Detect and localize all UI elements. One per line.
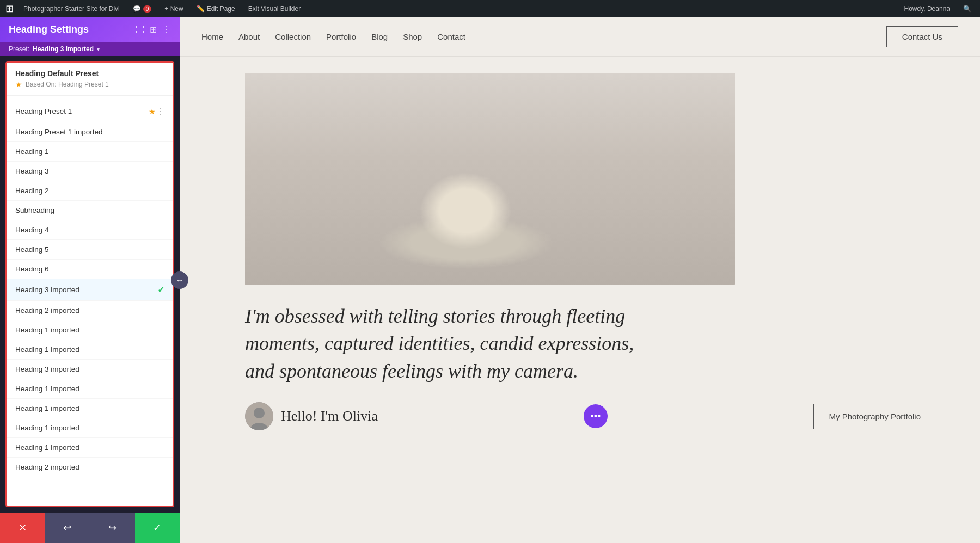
preset-list-item[interactable]: Heading 1 imported	[7, 438, 173, 458]
preset-list-item[interactable]: Heading 2 imported	[7, 458, 173, 477]
preset-list-item[interactable]: Heading 4	[7, 220, 173, 240]
preset-item-name: Heading 1	[15, 147, 164, 156]
author-avatar	[245, 402, 273, 430]
sidebar-fullscreen-icon[interactable]: ⛶	[136, 25, 144, 35]
preset-item-name: Heading 1 imported	[15, 326, 164, 334]
edit-icon: ✏️	[197, 5, 205, 13]
avatar-image	[245, 402, 273, 430]
preset-item-dots-icon[interactable]: ⋮	[156, 106, 164, 116]
sidebar-header: Heading Settings ⛶ ⊞ ⋮	[0, 17, 180, 42]
preset-list-item[interactable]: Heading 2	[7, 181, 173, 201]
nav-link-home[interactable]: Home	[201, 32, 223, 41]
svg-point-1	[254, 408, 265, 418]
preset-value: Heading 3 imported	[33, 45, 94, 53]
preset-item-name: Heading 2 imported	[15, 463, 164, 471]
preset-item-name: Heading Preset 1 imported	[15, 128, 164, 136]
preset-item-name: Heading 3	[15, 167, 164, 175]
preset-list-item[interactable]: Heading 3 imported	[7, 360, 173, 379]
preset-default-star-icon: ★	[15, 80, 22, 89]
site-nav: HomeAboutCollectionPortfolioBlogShopCont…	[180, 17, 980, 57]
preset-default-based: ★ Based On: Heading Preset 1	[15, 80, 164, 89]
preset-list-item[interactable]: Heading 1 imported	[7, 379, 173, 399]
admin-bar-exit-builder[interactable]: Exit Visual Builder	[245, 3, 304, 15]
preset-list-item[interactable]: Heading 1 imported	[7, 399, 173, 418]
preset-list-item[interactable]: Heading 6	[7, 260, 173, 279]
resize-handle[interactable]: ↔	[171, 272, 188, 289]
more-options-button[interactable]: •••	[584, 404, 608, 428]
cancel-button[interactable]: ✕	[0, 513, 45, 543]
preset-item-name: Heading 6	[15, 265, 164, 273]
preset-default-name: Heading Default Preset	[15, 69, 164, 78]
nav-links: HomeAboutCollectionPortfolioBlogShopCont…	[201, 32, 465, 41]
preset-default-item[interactable]: Heading Default Preset ★ Based On: Headi…	[7, 63, 173, 96]
preset-list-item[interactable]: Subheading	[7, 201, 173, 220]
preset-list-item[interactable]: Heading 2 imported	[7, 301, 173, 320]
preset-item-name: Heading 1 imported	[15, 404, 164, 412]
save-button[interactable]: ✓	[135, 513, 180, 543]
search-icon[interactable]: 🔍	[960, 3, 975, 15]
wordpress-icon[interactable]: ⊞	[5, 3, 14, 15]
page-content: I'm obsessed with telling stories throug…	[180, 57, 980, 543]
preset-item-name: Heading 1 imported	[15, 443, 164, 452]
preset-item-name: Subheading	[15, 206, 164, 214]
preset-list-item[interactable]: Heading 5	[7, 240, 173, 260]
sidebar-toolbar: ✕ ↩ ↪ ✓	[0, 513, 180, 543]
nav-link-contact[interactable]: Contact	[437, 32, 465, 41]
nav-link-about[interactable]: About	[238, 32, 260, 41]
preset-default-based-text: Based On: Heading Preset 1	[26, 81, 109, 88]
comment-icon: 💬	[133, 5, 141, 13]
preset-list-item[interactable]: Heading Preset 1 imported	[7, 122, 173, 142]
admin-bar-comments[interactable]: 💬 0	[130, 3, 155, 15]
sidebar-preset-bar[interactable]: Preset: Heading 3 imported ▾	[0, 42, 180, 56]
portfolio-button[interactable]: My Photography Portfolio	[813, 404, 936, 429]
author-left: Hello! I'm Olivia	[245, 402, 378, 430]
preset-list-item[interactable]: Heading Preset 1★⋮	[7, 101, 173, 122]
sidebar-title: Heading Settings	[9, 24, 89, 35]
preset-item-name: Heading 2	[15, 187, 164, 195]
preset-list-item[interactable]: Heading 1	[7, 142, 173, 162]
admin-bar: ⊞ Photographer Starter Site for Divi 💬 0…	[0, 0, 980, 17]
nav-link-blog[interactable]: Blog	[371, 32, 388, 41]
sidebar: Heading Settings ⛶ ⊞ ⋮ Preset: Heading 3…	[0, 17, 180, 543]
preset-item-name: Heading 5	[15, 245, 164, 254]
preset-item-check-icon: ✓	[157, 285, 164, 295]
admin-bar-right: Howdy, Deanna 🔍	[901, 3, 975, 15]
preset-item-name: Heading Preset 1	[15, 107, 149, 115]
admin-bar-edit-page[interactable]: ✏️ Edit Page	[193, 3, 238, 15]
hero-image	[245, 73, 735, 285]
preset-chevron-icon: ▾	[97, 46, 100, 52]
preset-list-item[interactable]: Heading 3 imported✓	[7, 279, 173, 301]
redo-button[interactable]: ↪	[90, 513, 135, 543]
preset-item-name: Heading 1 imported	[15, 345, 164, 354]
preset-list: Heading Preset 1★⋮Heading Preset 1 impor…	[7, 101, 173, 477]
preset-list-item[interactable]: Heading 1 imported	[7, 340, 173, 360]
sidebar-header-icons: ⛶ ⊞ ⋮	[136, 24, 171, 35]
nav-link-collection[interactable]: Collection	[275, 32, 311, 41]
preset-item-name: Heading 1 imported	[15, 424, 164, 432]
preset-item-name: Heading 4	[15, 226, 164, 234]
sidebar-more-icon[interactable]: ⋮	[162, 24, 171, 35]
preset-list-item[interactable]: Heading 1 imported	[7, 320, 173, 340]
admin-bar-howdy: Howdy, Deanna	[901, 3, 954, 15]
preset-item-name: Heading 1 imported	[15, 385, 164, 393]
preset-list-item[interactable]: Heading 1 imported	[7, 418, 173, 438]
comment-count: 0	[143, 5, 152, 13]
main-layout: Heading Settings ⛶ ⊞ ⋮ Preset: Heading 3…	[0, 17, 980, 543]
contact-us-button[interactable]: Contact Us	[886, 26, 958, 47]
preset-item-name: Heading 2 imported	[15, 306, 164, 314]
nav-link-portfolio[interactable]: Portfolio	[326, 32, 356, 41]
preset-item-name: Heading 3 imported	[15, 286, 157, 294]
author-section: Hello! I'm Olivia ••• My Photography Por…	[245, 402, 936, 430]
undo-button[interactable]: ↩	[45, 513, 90, 543]
preset-item-star-icon: ★	[149, 107, 156, 116]
preset-list-item[interactable]: Heading 3	[7, 162, 173, 181]
admin-bar-new[interactable]: + New	[161, 3, 186, 15]
main-content: HomeAboutCollectionPortfolioBlogShopCont…	[180, 17, 980, 543]
nav-link-shop[interactable]: Shop	[403, 32, 422, 41]
author-name: Hello! I'm Olivia	[281, 408, 378, 424]
hero-quote: I'm obsessed with telling stories throug…	[245, 303, 653, 385]
preset-item-name: Heading 3 imported	[15, 365, 164, 373]
sidebar-columns-icon[interactable]: ⊞	[150, 24, 157, 35]
preset-panel: Heading Default Preset ★ Based On: Headi…	[5, 61, 174, 507]
admin-bar-site-name[interactable]: Photographer Starter Site for Divi	[20, 3, 123, 15]
